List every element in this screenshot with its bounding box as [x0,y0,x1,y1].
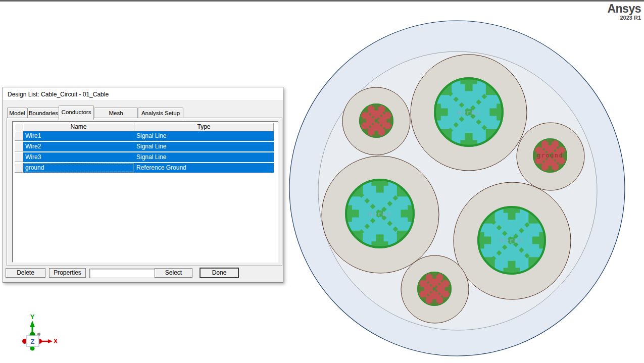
conductor-filter-input[interactable] [89,269,155,278]
tab-conductors[interactable]: Conductors [59,106,94,120]
tab-model[interactable]: Model [7,108,27,119]
row-selector[interactable] [15,163,23,173]
select-button[interactable]: Select [155,268,192,278]
cell-type[interactable]: Signal Line [134,142,274,151]
cell-name[interactable]: Wire2 [23,142,134,151]
row-selector-header [15,123,23,131]
ansys-logo: Ansys 2023 R1 [607,3,641,21]
row-selector[interactable] [15,131,23,141]
dialog-title-bar[interactable]: Design List: Cable_Circuit - 01_Cable [3,87,283,101]
cell-type[interactable]: Signal Line [134,152,274,162]
cell-name[interactable]: Wire1 [23,131,134,141]
conductor-unnamed-bottom[interactable] [401,255,469,323]
wire2-label: Wire2 [368,210,392,218]
design-list-dialog: Design List: Cable_Circuit - 01_Cable Mo… [3,87,283,283]
tab-mesh-operations[interactable]: Mesh Operations [94,108,138,119]
x-axis-arrow [48,339,53,343]
row-selector[interactable] [15,142,23,151]
conductor-wire2[interactable]: Wire2 [322,156,439,273]
conductor-wire3[interactable]: Wire3 [454,182,571,299]
cell-name[interactable]: ground [23,163,134,173]
brand-name: Ansys [607,3,641,15]
table-row-ground[interactable]: ground Reference Ground [15,163,274,173]
wire1-label: Wire1 [457,109,481,116]
done-button[interactable]: Done [200,268,239,278]
column-header-type[interactable]: Type [134,123,274,131]
table-row-wire1[interactable]: Wire1 Signal Line [15,131,274,141]
column-header-name[interactable]: Name [23,123,134,131]
cell-type[interactable]: Reference Ground [134,163,274,173]
dialog-title: Design List: Cable_Circuit - 01_Cable [8,91,109,98]
z-axis-dot [37,333,40,336]
ground-label: ground [537,152,563,159]
conductor-unnamed-topleft[interactable] [342,87,410,155]
y-neg-sphere [30,346,35,351]
delete-button[interactable]: Delete [6,268,45,278]
cell-type[interactable]: Signal Line [134,131,274,141]
top-border-bar [0,0,644,2]
conductor-list[interactable]: Name Type Wire1 Signal Line Wire2 Signal… [12,121,278,263]
tab-boundaries[interactable]: Boundaries [27,108,60,119]
coordinate-triad: Y Z X [20,311,63,357]
row-selector[interactable] [15,152,23,162]
conductors-tab-page: Name Type Wire1 Signal Line Wire2 Signal… [7,118,282,266]
tab-analysis-setup[interactable]: Analysis Setup [138,108,183,119]
brand-version: 2023 R1 [607,15,641,21]
conductor-wire1[interactable]: Wire1 [411,55,527,171]
y-axis-label: Y [30,313,35,321]
conductor-ground[interactable]: ground [517,123,584,190]
cell-name[interactable]: Wire3 [23,152,134,162]
table-row-wire2[interactable]: Wire2 Signal Line [15,142,274,151]
table-row-wire3[interactable]: Wire3 Signal Line [15,152,274,162]
x-axis-label: X [54,338,58,345]
z-axis-label: Z [31,338,35,345]
wire3-label: Wire3 [500,237,524,244]
properties-button[interactable]: Properties [49,268,86,278]
